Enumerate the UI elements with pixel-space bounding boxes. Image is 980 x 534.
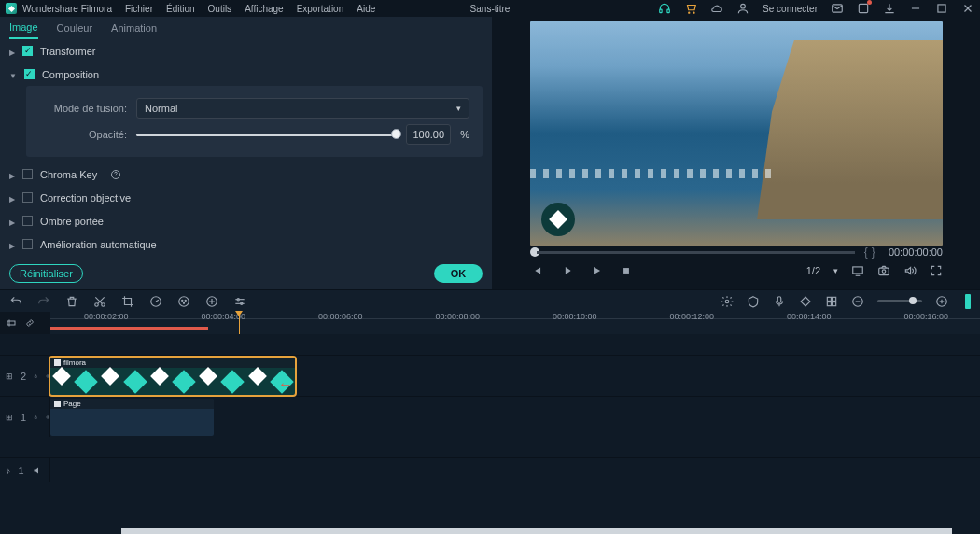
close-icon[interactable] <box>961 2 974 15</box>
track2-lock-icon[interactable] <box>34 371 37 382</box>
cart-icon[interactable] <box>684 2 697 15</box>
reset-button[interactable]: Réinitialiser <box>9 264 83 283</box>
snapshot-icon[interactable] <box>877 264 890 277</box>
menu-help[interactable]: Aide <box>357 4 375 14</box>
svg-rect-41 <box>7 321 15 325</box>
svg-point-44 <box>47 375 48 376</box>
video-track-1: ⊞ 1 Page <box>0 396 980 437</box>
stop-button[interactable] <box>620 264 633 277</box>
page-indicator: 1/2 <box>806 265 820 276</box>
svg-rect-33 <box>833 297 836 301</box>
display-mode-icon[interactable] <box>851 264 864 277</box>
svg-point-20 <box>179 296 189 306</box>
prop-composition[interactable]: Composition <box>0 63 492 86</box>
transformer-checkbox[interactable] <box>22 46 33 56</box>
menu-export[interactable]: Exportation <box>297 4 344 14</box>
correction-checkbox[interactable] <box>22 192 33 203</box>
maximize-icon[interactable] <box>935 2 948 15</box>
volume-icon[interactable] <box>903 264 917 277</box>
zoom-in-icon[interactable] <box>935 295 948 308</box>
preview-timecode: 00:00:00:00 <box>889 246 943 258</box>
cloud-icon[interactable] <box>710 2 723 15</box>
adjustment-icon[interactable] <box>233 295 246 308</box>
zoom-out-icon[interactable] <box>851 295 864 308</box>
ok-button[interactable]: OK <box>434 264 483 283</box>
chevron-down-icon: ▾ <box>456 104 461 113</box>
chroma-checkbox[interactable] <box>22 169 33 179</box>
minimize-icon[interactable] <box>909 2 922 15</box>
shadow-label: Ombre portée <box>40 216 104 227</box>
play-button[interactable] <box>590 264 603 277</box>
preview-panel: {} 00:00:00:00 1/2 ▾ <box>493 17 980 289</box>
svg-rect-15 <box>879 268 889 275</box>
play-start-button[interactable] <box>560 264 573 277</box>
menu-file[interactable]: Fichier <box>125 4 153 14</box>
message-icon[interactable] <box>831 2 844 15</box>
timeline-playhead[interactable] <box>239 312 240 334</box>
track1-lock-icon[interactable] <box>34 412 37 423</box>
preview-viewport[interactable] <box>530 21 943 246</box>
timeline-ruler[interactable]: 00:00:02:0000:00:04:0000:00:06:0000:00:0… <box>50 312 980 334</box>
track-adjust-icon[interactable] <box>6 317 17 329</box>
svg-point-46 <box>47 416 48 417</box>
timeline-scrollbar[interactable] <box>121 528 952 534</box>
composition-checkbox[interactable] <box>24 69 35 79</box>
ruler-tick: 00:00:02:00 <box>84 312 129 321</box>
fullscreen-icon[interactable] <box>930 264 943 277</box>
prop-auto-enhance[interactable]: Amélioration automatique <box>0 232 492 256</box>
clip-page[interactable]: Page <box>50 399 214 436</box>
clip-filmora[interactable]: filmora ← <box>50 358 295 395</box>
menu-tools[interactable]: Outils <box>208 4 232 14</box>
grid-icon[interactable] <box>825 295 838 308</box>
menu-view[interactable]: Affichage <box>245 4 284 14</box>
render-bar-icon[interactable] <box>965 294 971 309</box>
audio-mute-icon[interactable] <box>32 465 43 476</box>
notification-icon[interactable] <box>857 2 870 15</box>
sign-in-link[interactable]: Se connecter <box>763 4 818 14</box>
panel-tabs: Image Couleur Animation <box>0 17 492 39</box>
redo-icon[interactable] <box>37 295 50 308</box>
download-icon[interactable] <box>883 2 896 15</box>
track2-eye-icon[interactable] <box>46 371 49 382</box>
prop-transformer[interactable]: Transformer <box>0 39 492 63</box>
chevron-down-icon[interactable]: ▾ <box>833 266 838 275</box>
tab-animation[interactable]: Animation <box>111 18 157 38</box>
mixer-icon[interactable] <box>721 295 734 308</box>
tab-image[interactable]: Image <box>9 17 38 39</box>
marker-icon[interactable] <box>747 295 760 308</box>
prev-frame-button[interactable] <box>530 264 543 277</box>
keyframe-icon[interactable] <box>799 295 812 308</box>
undo-icon[interactable] <box>9 295 22 308</box>
blend-mode-select[interactable]: Normal ▾ <box>136 98 469 119</box>
bracket-close-icon[interactable]: } <box>872 246 875 259</box>
prop-lens-correction[interactable]: Correction objective <box>0 186 492 209</box>
user-icon[interactable] <box>736 2 749 15</box>
speed-icon[interactable] <box>149 295 162 308</box>
greenscreen-icon[interactable] <box>205 295 218 308</box>
prop-drop-shadow[interactable]: Ombre portée <box>0 209 492 232</box>
voiceover-icon[interactable] <box>773 295 786 308</box>
autoenh-checkbox[interactable] <box>22 239 33 249</box>
opacity-value[interactable]: 100.00 <box>406 124 451 145</box>
crop-icon[interactable] <box>121 295 134 308</box>
link-icon[interactable] <box>24 317 35 329</box>
delete-icon[interactable] <box>65 295 78 308</box>
svg-rect-6 <box>859 4 867 12</box>
menu-edit[interactable]: Édition <box>166 4 195 14</box>
help-icon[interactable] <box>110 169 121 180</box>
prop-chroma-key[interactable]: Chroma Key <box>0 162 492 186</box>
track1-eye-icon[interactable] <box>46 412 49 423</box>
opacity-slider[interactable] <box>136 124 397 145</box>
color-icon[interactable] <box>177 295 190 308</box>
audio-track-number: 1 <box>19 465 24 476</box>
cut-icon[interactable] <box>93 295 106 308</box>
bracket-open-icon[interactable]: { <box>864 246 868 259</box>
clip2-label: Page <box>63 400 81 408</box>
timeline: ⊞ 2 filmora ← ⊞ 1 Page <box>0 334 980 534</box>
svg-rect-35 <box>833 302 836 305</box>
scrub-bar[interactable] <box>537 251 855 254</box>
headset-icon[interactable] <box>658 2 671 15</box>
shadow-checkbox[interactable] <box>22 216 33 226</box>
tab-color[interactable]: Couleur <box>57 18 93 38</box>
zoom-slider[interactable] <box>877 300 922 302</box>
